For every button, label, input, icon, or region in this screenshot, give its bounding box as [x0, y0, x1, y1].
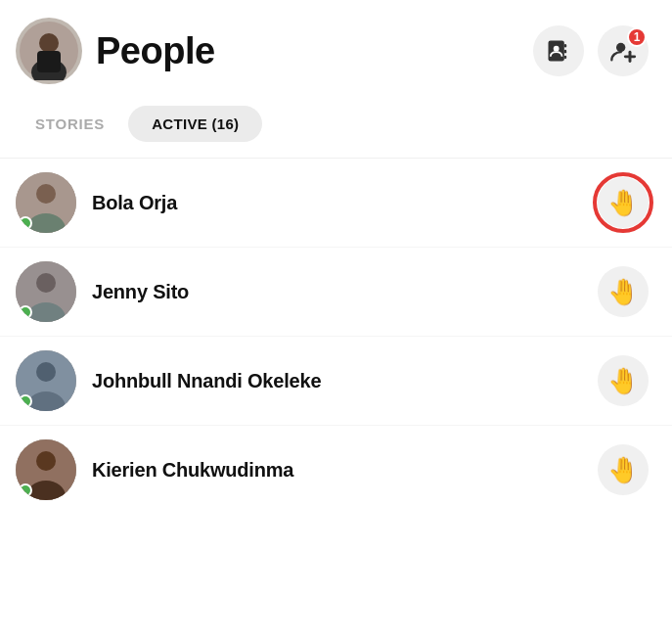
online-indicator: [19, 216, 32, 230]
wave-button[interactable]: 🤚: [598, 177, 649, 228]
online-indicator: [19, 394, 32, 408]
person-avatar: [16, 439, 76, 500]
svg-point-16: [36, 273, 56, 293]
add-friend-button[interactable]: 1: [598, 25, 649, 76]
svg-point-1: [39, 33, 59, 53]
svg-rect-6: [564, 50, 566, 54]
list-item: Kierien Chukwudinma🤚: [0, 426, 672, 514]
online-indicator: [19, 305, 32, 319]
svg-point-19: [36, 362, 56, 382]
person-avatar: [16, 261, 76, 322]
wave-icon: 🤚: [607, 368, 639, 393]
list-item: Johnbull Nnandi Okeleke🤚: [0, 337, 672, 426]
wave-icon: 🤚: [607, 279, 639, 304]
tab-active[interactable]: ACTIVE (16): [128, 106, 262, 142]
people-list: Bola Orja🤚Jenny Sito🤚Johnbull Nnandi Oke…: [0, 159, 672, 514]
online-indicator: [19, 483, 32, 497]
tab-stories[interactable]: STORIES: [23, 108, 116, 140]
person-name: Jenny Sito: [92, 281, 598, 303]
page-title: People: [96, 30, 533, 72]
svg-point-22: [36, 451, 56, 471]
notification-badge: 1: [627, 27, 647, 47]
person-name: Bola Orja: [92, 192, 598, 214]
wave-button[interactable]: 🤚: [598, 444, 649, 495]
svg-point-13: [36, 184, 56, 204]
person-name: Johnbull Nnandi Okeleke: [92, 370, 598, 392]
wave-icon: 🤚: [607, 457, 639, 483]
header: People 1: [0, 0, 672, 98]
svg-point-9: [616, 43, 625, 52]
person-avatar: [16, 172, 76, 233]
contacts-button[interactable]: [533, 25, 584, 76]
contacts-icon: [545, 37, 572, 65]
wave-button[interactable]: 🤚: [598, 355, 649, 406]
header-actions: 1: [533, 25, 649, 76]
person-name: Kierien Chukwudinma: [92, 459, 598, 482]
user-avatar: [16, 18, 82, 84]
svg-rect-5: [564, 44, 566, 48]
svg-rect-7: [564, 56, 566, 60]
svg-rect-3: [37, 51, 61, 72]
wave-icon: 🤚: [607, 190, 639, 215]
list-item: Jenny Sito🤚: [0, 248, 672, 337]
tabs-row: STORIES ACTIVE (16): [0, 98, 672, 159]
list-item: Bola Orja🤚: [0, 159, 672, 248]
wave-button[interactable]: 🤚: [598, 266, 649, 317]
person-avatar: [16, 350, 76, 411]
svg-point-8: [554, 46, 560, 52]
